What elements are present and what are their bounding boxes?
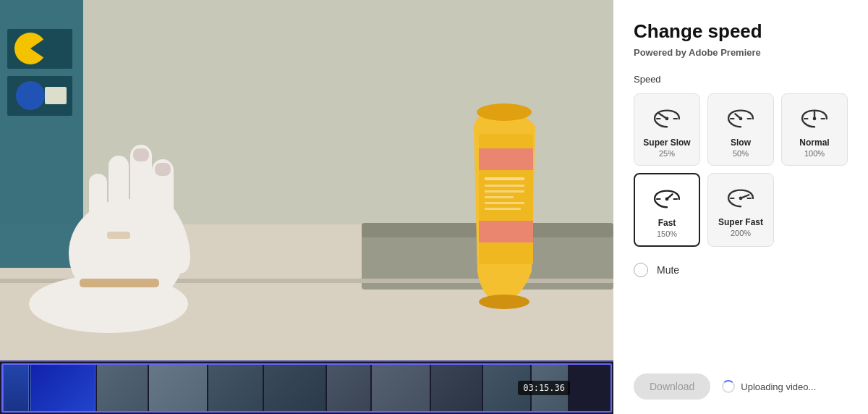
super-slow-icon (651, 104, 683, 132)
left-panel: 03:15.36 (0, 0, 613, 414)
speed-grid-row2: Fast 150% Super Fast 200% (634, 173, 848, 247)
svg-rect-31 (485, 202, 524, 204)
right-panel: Change speed Powered by Adobe Premiere S… (613, 0, 868, 414)
uploading-row: Uploading video... (722, 380, 816, 393)
subtitle-brand: Adobe Premiere (689, 47, 761, 58)
speed-option-fast[interactable]: Fast 150% (634, 173, 700, 247)
svg-point-40 (739, 117, 743, 121)
speed-percent-normal: 100% (804, 149, 825, 158)
timeline-timecode: 03:15.36 (518, 381, 570, 395)
normal-icon (799, 104, 830, 132)
svg-point-36 (665, 117, 669, 121)
svg-rect-18 (89, 174, 107, 253)
svg-rect-27 (485, 177, 524, 180)
speed-percent-super-slow: 25% (659, 149, 675, 158)
timeline-thumb[interactable] (431, 364, 482, 412)
speed-name-super-fast: Super Fast (718, 217, 763, 227)
svg-rect-21 (133, 148, 149, 161)
timeline-thumb[interactable] (327, 364, 370, 412)
timeline-thumb[interactable] (372, 364, 430, 412)
speed-percent-super-fast: 200% (731, 229, 751, 237)
svg-rect-28 (485, 185, 524, 187)
speed-option-super-slow[interactable]: Super Slow 25% (634, 93, 700, 166)
svg-rect-23 (107, 232, 130, 239)
mute-toggle[interactable] (634, 263, 648, 277)
speed-section-label: Speed (634, 74, 848, 85)
timeline-thumb[interactable] (149, 364, 207, 412)
svg-rect-26 (479, 221, 533, 242)
svg-rect-8 (45, 87, 67, 104)
super-fast-icon (725, 184, 757, 211)
download-button[interactable]: Download (634, 373, 710, 400)
timeline-thumb[interactable] (30, 364, 95, 412)
timeline-strip[interactable]: 03:15.36 (0, 360, 613, 414)
timeline-thumb[interactable] (97, 364, 148, 412)
action-row: Download Uploading video... (634, 373, 848, 400)
svg-rect-32 (485, 208, 521, 210)
panel-title: Change speed (634, 20, 848, 43)
speed-name-super-slow: Super Slow (643, 138, 690, 148)
slow-icon (725, 104, 757, 132)
svg-rect-22 (80, 279, 159, 287)
svg-rect-30 (485, 196, 514, 198)
mute-label: Mute (657, 264, 679, 276)
timeline-thumb[interactable] (264, 364, 326, 412)
svg-point-33 (477, 104, 532, 121)
svg-point-7 (16, 81, 45, 110)
svg-point-52 (739, 197, 743, 200)
video-preview (0, 0, 613, 360)
speed-percent-fast: 150% (657, 229, 677, 238)
mute-row: Mute (634, 263, 848, 277)
timeline-thumb[interactable] (208, 364, 263, 412)
svg-rect-25 (479, 148, 533, 170)
timeline-thumb[interactable] (3, 364, 29, 412)
speed-name-slow: Slow (731, 138, 751, 148)
speed-percent-slow: 50% (733, 149, 749, 158)
svg-point-48 (665, 198, 669, 201)
speed-option-super-fast[interactable]: Super Fast 200% (707, 173, 774, 247)
upload-text: Uploading video... (741, 381, 816, 392)
svg-rect-20 (155, 163, 171, 176)
svg-point-44 (813, 117, 817, 121)
speed-name-normal: Normal (799, 138, 829, 148)
speed-option-normal[interactable]: Normal 100% (781, 93, 848, 166)
subtitle-prefix: Powered by (634, 47, 689, 58)
svg-rect-29 (485, 190, 524, 193)
speed-name-fast: Fast (658, 218, 676, 228)
speed-grid-row1: Super Slow 25% Slow 50% (634, 93, 848, 166)
upload-spinner (722, 380, 735, 393)
panel-subtitle: Powered by Adobe Premiere (634, 47, 848, 58)
svg-point-34 (479, 295, 529, 309)
speed-option-slow[interactable]: Slow 50% (707, 93, 774, 166)
fast-icon (651, 185, 683, 212)
